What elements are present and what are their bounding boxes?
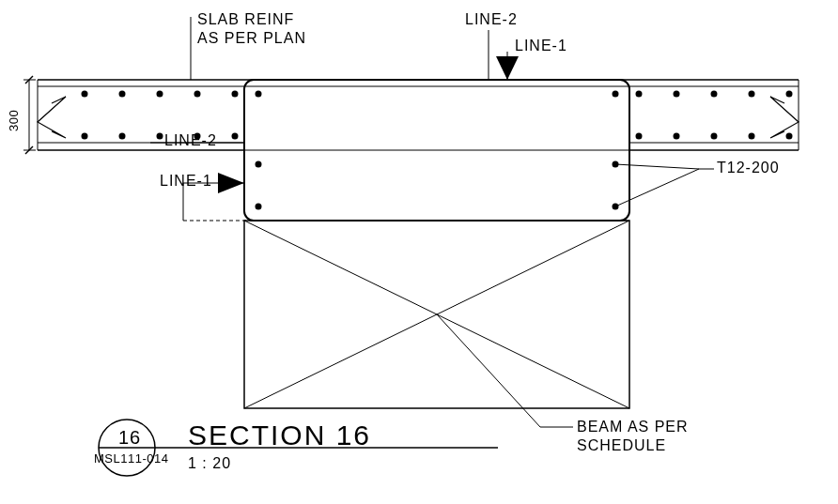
svg-point-28 [674,133,680,140]
section-scale: 1 : 20 [188,455,231,472]
section-circle-number: 16 [118,427,141,449]
svg-marker-45 [218,173,244,193]
svg-point-21 [786,91,793,98]
svg-point-16 [232,91,239,98]
svg-point-27 [636,133,643,140]
slab-reinf-label-2: AS PER PLAN [197,30,306,47]
line1-left-label: LINE-1 [160,173,212,190]
svg-point-15 [194,91,201,98]
svg-point-19 [711,91,718,98]
section-title: SECTION 16 [188,420,371,451]
svg-marker-41 [496,56,519,80]
svg-point-26 [232,133,239,140]
svg-line-49 [437,314,540,427]
t12-label: T12-200 [717,160,780,176]
svg-line-46 [615,164,699,169]
svg-point-29 [711,133,718,140]
svg-point-18 [674,91,680,98]
svg-point-20 [749,91,755,98]
svg-line-47 [615,169,699,206]
svg-point-13 [119,91,126,98]
slab-reinf-label-1: SLAB REINF [197,11,294,28]
beam-label-2: SCHEDULE [577,437,666,454]
svg-point-31 [786,133,793,140]
svg-point-30 [749,133,755,140]
svg-point-32 [256,91,262,98]
beam-label-1: BEAM AS PER [577,419,689,435]
svg-point-24 [157,133,163,140]
svg-point-14 [157,91,163,98]
svg-point-17 [636,91,643,98]
svg-point-12 [82,91,88,98]
line1-top-label: LINE-1 [515,38,567,54]
svg-point-33 [613,91,619,98]
line2-left-label: LINE-2 [164,132,217,149]
line2-top-label: LINE-2 [465,11,518,28]
dim-300: 300 [7,110,21,131]
svg-point-36 [256,204,262,210]
svg-point-23 [119,133,126,140]
svg-point-34 [256,161,262,168]
svg-point-22 [82,133,88,140]
sheet-ref: MSL111-014 [94,451,168,466]
